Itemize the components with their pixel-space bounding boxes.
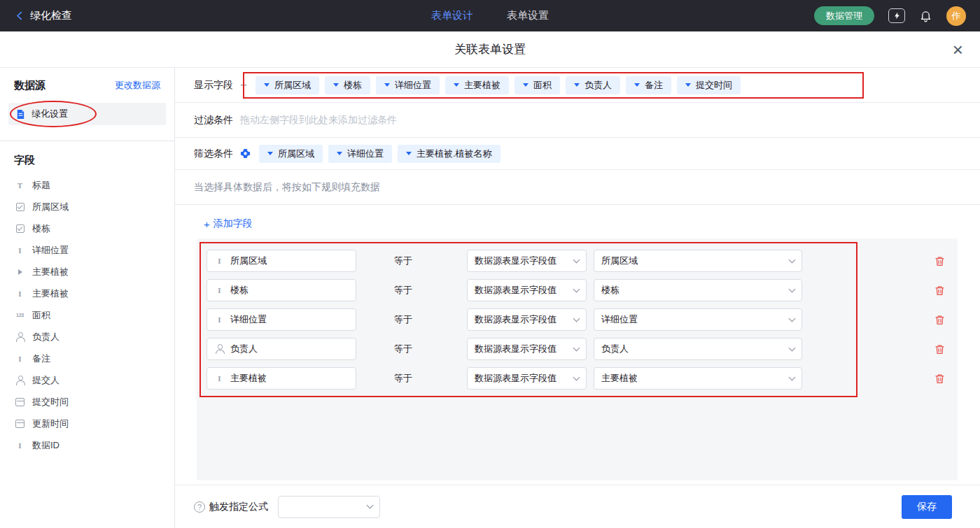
- field-type-icon: [15, 375, 25, 385]
- delete-rule-button[interactable]: [932, 371, 948, 387]
- data-manage-button[interactable]: 数据管理: [814, 6, 874, 25]
- field-list-item[interactable]: 主要植被: [0, 283, 174, 304]
- save-button[interactable]: 保存: [902, 495, 952, 519]
- field-list-item[interactable]: 提交人: [0, 369, 174, 391]
- chevron-down-icon: [573, 285, 580, 292]
- main-panel: 显示字段 + 所属区域 楼栋 详细位置 主要植被 面积 负责人 备注 提交时间: [175, 68, 980, 528]
- rule-field-input[interactable]: 主要植被: [206, 367, 356, 390]
- chevron-down-icon: [337, 152, 342, 155]
- avatar[interactable]: 作: [946, 6, 966, 26]
- trash-icon: [934, 373, 945, 384]
- add-display-field-button[interactable]: +: [240, 79, 247, 91]
- rule-field-input[interactable]: 详细位置: [206, 308, 356, 331]
- field-label: 面积: [32, 309, 50, 322]
- field-list-item[interactable]: 更新时间: [0, 413, 174, 434]
- rule-value-select[interactable]: 所属区域: [594, 250, 802, 272]
- chevron-down-icon: [264, 83, 270, 87]
- field-chip[interactable]: 面积: [514, 76, 560, 94]
- filter-condition-label: 过滤条件: [194, 114, 233, 127]
- field-list-item[interactable]: 标题: [0, 174, 174, 196]
- topbar: 绿化检查 表单设计 表单设置 数据管理 作: [0, 0, 980, 31]
- chip-label: 详细位置: [395, 79, 431, 92]
- chevron-down-icon: [789, 315, 796, 322]
- field-list-item[interactable]: 负责人: [0, 326, 174, 348]
- chevron-down-icon: [267, 152, 273, 155]
- field-chip[interactable]: 楼栋: [325, 76, 370, 94]
- delete-rule-button[interactable]: [932, 283, 948, 299]
- rule-value-select[interactable]: 主要植被: [594, 367, 802, 390]
- delete-rule-button[interactable]: [932, 253, 948, 269]
- rule-value-select[interactable]: 负责人: [594, 338, 802, 360]
- rule-source-value: 数据源表显示字段值: [475, 255, 556, 267]
- field-chip[interactable]: 主要植被: [445, 76, 509, 94]
- datasource-item[interactable]: 绿化设置: [8, 103, 166, 125]
- rule-value-select[interactable]: 楼栋: [594, 279, 802, 301]
- field-chip[interactable]: 负责人: [566, 76, 620, 94]
- field-list-item[interactable]: 备注: [0, 348, 174, 369]
- field-list-item[interactable]: 楼栋: [0, 217, 174, 239]
- add-field-button[interactable]: + 添加字段: [204, 217, 253, 230]
- topbar-right: 数据管理 作: [814, 6, 966, 26]
- rule-field-input[interactable]: 负责人: [206, 338, 356, 360]
- rule-field-name: 楼栋: [230, 284, 248, 297]
- rule-value-select[interactable]: 详细位置: [594, 308, 802, 331]
- trash-icon: [934, 344, 945, 355]
- field-list-item[interactable]: 主要植被: [0, 261, 174, 283]
- field-type-icon: [214, 285, 225, 296]
- filter-dropzone[interactable]: 拖动左侧字段到此处来添加过滤条件: [240, 114, 963, 127]
- datasource-header: 数据源 更改数据源: [0, 78, 174, 93]
- lightning-icon: [888, 8, 905, 23]
- rule-field-name: 主要植被: [230, 372, 267, 385]
- notifications-button[interactable]: [919, 9, 932, 22]
- chevron-down-icon: [523, 83, 528, 87]
- field-label: 所属区域: [32, 201, 69, 213]
- back-button[interactable]: 绿化检查: [14, 9, 72, 22]
- rule-source-select[interactable]: 数据源表显示字段值: [467, 250, 587, 272]
- field-chip[interactable]: 详细位置: [328, 145, 392, 163]
- display-fields-label: 显示字段: [194, 79, 233, 92]
- rule-source-select[interactable]: 数据源表显示字段值: [467, 279, 587, 301]
- formula-select[interactable]: [278, 496, 380, 518]
- rule-value-text: 负责人: [601, 343, 629, 355]
- help-icon[interactable]: ?: [194, 501, 205, 513]
- tab-form-settings[interactable]: 表单设置: [507, 9, 549, 22]
- chevron-down-icon: [789, 373, 796, 380]
- field-list-item[interactable]: 详细位置: [0, 239, 174, 261]
- chevron-down-icon: [333, 83, 339, 87]
- field-chip[interactable]: 所属区域: [259, 145, 323, 163]
- gear-icon: [240, 148, 251, 159]
- field-list-item[interactable]: 提交时间: [0, 391, 174, 413]
- field-chip[interactable]: 详细位置: [376, 76, 440, 94]
- field-list-item[interactable]: 面积: [0, 304, 174, 326]
- rule-field-input[interactable]: 所属区域: [206, 250, 356, 272]
- field-chip[interactable]: 主要植被.植被名称: [398, 145, 500, 163]
- plus-icon: +: [204, 219, 210, 229]
- field-chip[interactable]: 备注: [626, 76, 671, 94]
- rule-operator: 等于: [394, 255, 416, 267]
- tab-form-design[interactable]: 表单设计: [431, 9, 473, 22]
- field-chip[interactable]: 所属区域: [255, 76, 319, 94]
- chevron-down-icon: [573, 256, 580, 263]
- rule-value-text: 所属区域: [601, 255, 638, 267]
- field-label: 提交人: [32, 374, 59, 387]
- rule-operator: 等于: [394, 343, 416, 355]
- rule-field-input[interactable]: 楼栋: [206, 279, 356, 301]
- delete-rule-button[interactable]: [932, 341, 948, 357]
- field-list-item[interactable]: 所属区域: [0, 196, 174, 217]
- change-datasource-link[interactable]: 更改数据源: [115, 79, 160, 92]
- dialog-header: 关联表单设置 ×: [0, 31, 980, 68]
- rule-source-select[interactable]: 数据源表显示字段值: [467, 308, 587, 331]
- field-label: 提交时间: [32, 396, 69, 408]
- fill-rule-row: 所属区域 等于 数据源表显示字段值 所属区域: [206, 250, 958, 272]
- field-list-item[interactable]: 数据ID: [0, 434, 174, 456]
- quick-action-button[interactable]: [888, 8, 905, 23]
- close-icon[interactable]: ×: [953, 41, 963, 59]
- screen-condition-settings-button[interactable]: [240, 148, 251, 159]
- field-chip[interactable]: 提交时间: [677, 76, 741, 94]
- rule-source-select[interactable]: 数据源表显示字段值: [467, 338, 587, 360]
- field-label: 详细位置: [32, 244, 69, 257]
- delete-rule-button[interactable]: [932, 312, 948, 328]
- topbar-tabs: 表单设计 表单设置: [431, 9, 549, 22]
- rule-source-select[interactable]: 数据源表显示字段值: [467, 367, 587, 390]
- chip-label: 所属区域: [274, 79, 311, 92]
